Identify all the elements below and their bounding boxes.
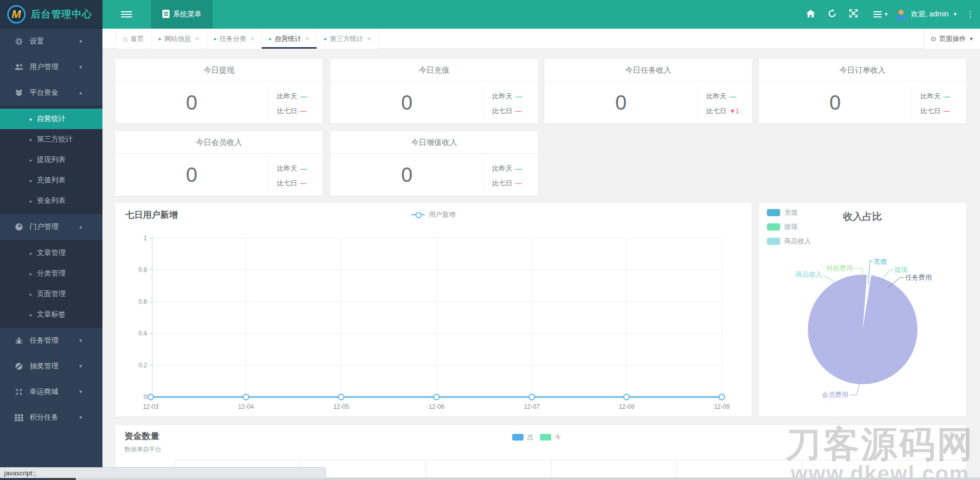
- chevron-down-icon: ▼: [78, 338, 83, 343]
- sidebar-item-label: 自营统计: [37, 114, 66, 123]
- pie-label: 任务费用: [905, 274, 932, 281]
- stat-card-value: 0: [115, 161, 268, 189]
- y-tick: 1: [143, 235, 147, 242]
- sidebar-item-third-party-stats[interactable]: ▸ 第三方统计: [0, 129, 102, 150]
- x-tick: 12-07: [524, 403, 540, 410]
- vs-yesterday-value: —: [729, 93, 736, 100]
- legend-label: 充值: [784, 208, 798, 217]
- tab-task-category[interactable]: ▸ 任务分类 ×: [207, 29, 262, 49]
- fullscreen-icon[interactable]: [843, 9, 864, 19]
- line-chart-plot: 1 0.8 0.6 0.4 0.2 0 12-03 12-04 12-05 12…: [115, 203, 752, 416]
- funds-chart-legend: 总 今: [512, 433, 561, 442]
- stat-card-today-task-income: 今日任务收入 0 比昨天— 比七日▼1: [545, 59, 752, 123]
- vs-week-value: ▼1: [729, 108, 739, 115]
- page-actions-dropdown[interactable]: ⊙ 页面操作 ▼: [924, 29, 980, 49]
- sidebar-item-portal-management[interactable]: 门户管理 ▲: [0, 214, 102, 240]
- close-icon[interactable]: ×: [305, 35, 309, 43]
- x-tick: 12-06: [429, 403, 445, 410]
- sidebar-item-article-tags[interactable]: ▸ 文章标签: [0, 304, 102, 325]
- topbar-right-tools: ▼ 欢迎, admin ▼ ⋮: [800, 0, 980, 29]
- legend-item[interactable]: 充值: [767, 208, 811, 217]
- stat-card-compare: 比昨天— 比七日▼1: [697, 87, 752, 118]
- vs-yesterday-label: 比昨天: [277, 92, 297, 101]
- page-actions-label: 页面操作: [939, 34, 966, 44]
- welcome-text: 欢迎, admin: [911, 10, 949, 19]
- stat-card-value: 0: [115, 89, 268, 116]
- y-tick: 0: [143, 393, 147, 401]
- sidebar-item-user-management[interactable]: 用户管理 ▼: [0, 54, 102, 80]
- browser-status-bar: javascript:;: [0, 467, 326, 478]
- sidebar-item-settings[interactable]: 设置 ▼: [0, 29, 102, 54]
- target-icon: ⊙: [931, 35, 936, 43]
- tab-label: 任务分类: [220, 34, 246, 44]
- tab-self-operated-stats[interactable]: ▸ 自营统计 ×: [262, 29, 317, 49]
- app-title: 后台管理中心: [31, 8, 92, 21]
- layout-menu-icon[interactable]: ▼: [873, 10, 888, 19]
- caret-right-icon: ▸: [30, 312, 32, 318]
- sidebar-item-task-management[interactable]: 任务管理 ▼: [0, 328, 102, 353]
- sidebar-item-lucky-mall[interactable]: 幸运商城 ▼: [0, 379, 102, 405]
- vs-yesterday-value: —: [300, 93, 307, 100]
- pie-label: 充值: [873, 258, 887, 265]
- caret-right-icon: ▸: [30, 137, 32, 142]
- sidebar-item-platform-funds[interactable]: 平台资金 ▲: [0, 80, 102, 106]
- sidebar-item-self-operated-stats[interactable]: ▸ 自营统计: [0, 109, 102, 129]
- chevron-down-icon: ▼: [884, 12, 888, 17]
- sidebar-item-points-tasks[interactable]: 积分任务 ▼: [0, 405, 102, 430]
- chevron-down-icon: ▼: [969, 36, 973, 41]
- pie-chart-card: 收入占比 充值 提现 商品收入: [759, 203, 966, 416]
- sidebar-item-withdraw-list[interactable]: ▸ 提现列表: [0, 150, 102, 170]
- user-menu[interactable]: 欢迎, admin ▼: [895, 9, 957, 20]
- caret-right-icon: ▸: [269, 36, 272, 41]
- sidebar-item-lottery-management[interactable]: 抽奖管理 ▼: [0, 353, 102, 379]
- y-tick: 0.2: [138, 362, 147, 369]
- close-icon[interactable]: ×: [195, 35, 199, 43]
- pie-label: 提现: [894, 266, 908, 274]
- close-icon[interactable]: ×: [251, 35, 255, 43]
- line-chart-legend[interactable]: 用户新增: [115, 210, 752, 219]
- caret-right-icon: ▸: [30, 251, 32, 256]
- sidebar-item-recharge-list[interactable]: ▸ 充值列表: [0, 170, 102, 191]
- pie-label: 特权费用: [826, 264, 853, 272]
- vs-week-value: —: [300, 108, 306, 115]
- legend-swatch: [767, 238, 780, 245]
- stat-card-value: 0: [330, 89, 483, 116]
- vs-week-label: 比七日: [492, 179, 512, 188]
- caret-right-icon: ▸: [214, 36, 217, 41]
- tab-third-party-stats[interactable]: ▸ 第三方统计 ×: [317, 29, 379, 49]
- vs-yesterday-label: 比昨天: [921, 92, 941, 101]
- stat-card-compare: 比昨天— 比七日—: [483, 159, 538, 191]
- tab-website-info[interactable]: ▸ 网站信息 ×: [152, 29, 207, 49]
- legend-swatch[interactable]: [540, 434, 551, 441]
- more-options-icon[interactable]: ⋮: [963, 10, 978, 19]
- refresh-icon[interactable]: [821, 9, 843, 20]
- caret-right-icon: ▸: [159, 36, 161, 41]
- caret-right-icon: ▸: [30, 178, 32, 183]
- sidebar-item-category-management[interactable]: ▸ 分类管理: [0, 263, 102, 284]
- home-icon[interactable]: [800, 10, 821, 19]
- collapse-sidebar-icon[interactable]: [121, 10, 132, 19]
- legend-item[interactable]: 提现: [767, 222, 811, 232]
- stat-card-title: 今日充值: [330, 59, 538, 81]
- sidebar-item-article-management[interactable]: ▸ 文章管理: [0, 243, 102, 263]
- pinwheel-icon: [14, 387, 24, 396]
- vs-week-label: 比七日: [706, 107, 726, 116]
- tab-home[interactable]: ⌂ 首页: [115, 29, 152, 49]
- legend-label: 今: [555, 433, 561, 442]
- stat-card-compare: 比昨天— 比七日—: [483, 87, 538, 118]
- stat-card-today-order-income: 今日订单收入 0 比昨天— 比七日—: [759, 59, 966, 123]
- sidebar-item-label: 幸运商城: [30, 387, 58, 396]
- vs-week-value: —: [515, 108, 522, 115]
- sidebar-item-page-management[interactable]: ▸ 页面管理: [0, 284, 102, 304]
- pie-chart-legend: 充值 提现 商品收入: [767, 208, 811, 251]
- avatar: [895, 9, 907, 20]
- sidebar-item-label: 第三方统计: [37, 135, 73, 144]
- sidebar-item-label: 积分任务: [30, 413, 58, 422]
- sidebar-item-funds-list[interactable]: ▸ 资金列表: [0, 191, 102, 211]
- caret-right-icon: ▸: [30, 198, 32, 204]
- legend-swatch[interactable]: [512, 434, 524, 441]
- close-icon[interactable]: ×: [367, 35, 371, 43]
- system-menu-tab[interactable]: 系统菜单: [151, 0, 213, 29]
- legend-item[interactable]: 商品收入: [767, 237, 811, 246]
- legend-swatch: [767, 223, 780, 231]
